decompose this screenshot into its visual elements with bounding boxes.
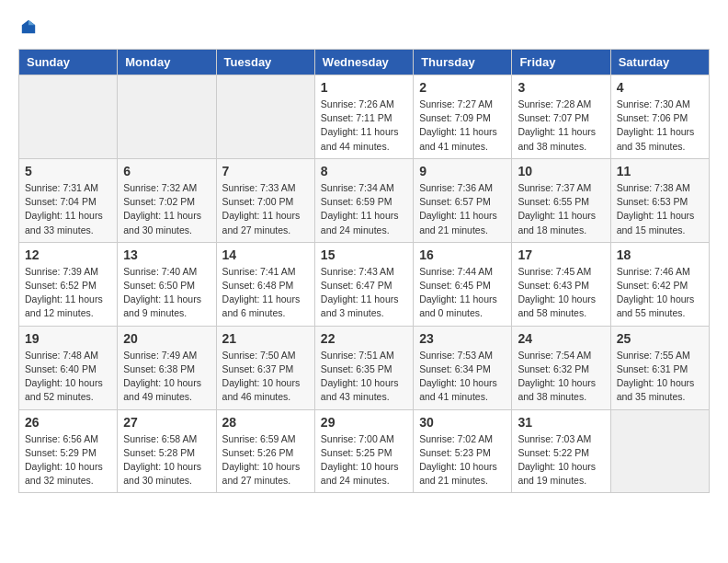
day-number: 28 xyxy=(222,415,309,430)
calendar-day-cell: 14Sunrise: 7:41 AMSunset: 6:48 PMDayligh… xyxy=(216,242,314,326)
day-info: Sunrise: 7:32 AMSunset: 7:02 PMDaylight:… xyxy=(123,181,210,237)
day-number: 8 xyxy=(321,164,407,178)
calendar-day-cell: 17Sunrise: 7:45 AMSunset: 6:43 PMDayligh… xyxy=(512,242,610,326)
day-number: 27 xyxy=(123,415,210,430)
day-number: 30 xyxy=(419,415,506,430)
calendar-day-cell: 20Sunrise: 7:49 AMSunset: 6:38 PMDayligh… xyxy=(118,326,216,409)
calendar-day-cell: 31Sunrise: 7:03 AMSunset: 5:22 PMDayligh… xyxy=(512,409,610,493)
day-info: Sunrise: 7:54 AMSunset: 6:32 PMDaylight:… xyxy=(518,349,604,405)
calendar-day-cell: 21Sunrise: 7:50 AMSunset: 6:37 PMDayligh… xyxy=(216,326,314,409)
day-info: Sunrise: 7:46 AMSunset: 6:42 PMDaylight:… xyxy=(617,265,703,321)
day-number: 4 xyxy=(617,80,703,95)
day-info: Sunrise: 7:28 AMSunset: 7:07 PMDaylight:… xyxy=(518,98,604,154)
logo xyxy=(18,18,37,35)
calendar-day-cell: 19Sunrise: 7:48 AMSunset: 6:40 PMDayligh… xyxy=(19,326,118,409)
calendar-day-cell: 15Sunrise: 7:43 AMSunset: 6:47 PMDayligh… xyxy=(314,242,413,326)
calendar-day-cell: 29Sunrise: 7:00 AMSunset: 5:25 PMDayligh… xyxy=(314,409,413,493)
calendar-day-cell: 1Sunrise: 7:26 AMSunset: 7:11 PMDaylight… xyxy=(314,75,413,159)
calendar-day-cell: 13Sunrise: 7:40 AMSunset: 6:50 PMDayligh… xyxy=(118,242,216,326)
calendar-day-cell: 3Sunrise: 7:28 AMSunset: 7:07 PMDaylight… xyxy=(512,75,610,159)
day-info: Sunrise: 6:58 AMSunset: 5:28 PMDaylight:… xyxy=(123,432,210,488)
day-number: 14 xyxy=(222,247,309,262)
day-number: 29 xyxy=(321,415,407,430)
day-number: 2 xyxy=(419,80,506,95)
calendar-day-cell: 4Sunrise: 7:30 AMSunset: 7:06 PMDaylight… xyxy=(610,75,709,159)
day-number: 22 xyxy=(321,331,407,346)
calendar-week-row: 26Sunrise: 6:56 AMSunset: 5:29 PMDayligh… xyxy=(19,409,710,493)
day-info: Sunrise: 7:49 AMSunset: 6:38 PMDaylight:… xyxy=(123,349,210,405)
day-info: Sunrise: 7:53 AMSunset: 6:34 PMDaylight:… xyxy=(419,349,506,405)
day-info: Sunrise: 7:43 AMSunset: 6:47 PMDaylight:… xyxy=(321,265,407,321)
day-info: Sunrise: 7:00 AMSunset: 5:25 PMDaylight:… xyxy=(321,432,407,488)
day-info: Sunrise: 6:59 AMSunset: 5:26 PMDaylight:… xyxy=(222,432,309,488)
day-info: Sunrise: 7:48 AMSunset: 6:40 PMDaylight:… xyxy=(25,349,111,405)
day-number: 20 xyxy=(123,331,210,346)
calendar-day-header: Wednesday xyxy=(314,50,413,75)
calendar-day-cell: 2Sunrise: 7:27 AMSunset: 7:09 PMDaylight… xyxy=(414,75,512,159)
day-number: 31 xyxy=(518,415,604,430)
day-info: Sunrise: 7:27 AMSunset: 7:09 PMDaylight:… xyxy=(419,98,506,154)
calendar-day-cell: 12Sunrise: 7:39 AMSunset: 6:52 PMDayligh… xyxy=(19,242,118,326)
calendar-week-row: 19Sunrise: 7:48 AMSunset: 6:40 PMDayligh… xyxy=(19,326,710,409)
calendar-day-cell: 16Sunrise: 7:44 AMSunset: 6:45 PMDayligh… xyxy=(414,242,512,326)
day-info: Sunrise: 7:51 AMSunset: 6:35 PMDaylight:… xyxy=(321,349,407,405)
calendar-day-cell: 28Sunrise: 6:59 AMSunset: 5:26 PMDayligh… xyxy=(216,409,314,493)
day-number: 11 xyxy=(617,164,703,178)
page-header xyxy=(18,18,710,35)
calendar-day-cell: 18Sunrise: 7:46 AMSunset: 6:42 PMDayligh… xyxy=(610,242,709,326)
calendar-day-cell: 7Sunrise: 7:33 AMSunset: 7:00 PMDaylight… xyxy=(216,158,314,242)
logo-icon xyxy=(20,18,37,35)
day-info: Sunrise: 7:26 AMSunset: 7:11 PMDaylight:… xyxy=(321,98,407,154)
day-info: Sunrise: 7:55 AMSunset: 6:31 PMDaylight:… xyxy=(617,349,703,405)
calendar-day-cell: 8Sunrise: 7:34 AMSunset: 6:59 PMDaylight… xyxy=(314,158,413,242)
day-info: Sunrise: 7:45 AMSunset: 6:43 PMDaylight:… xyxy=(518,265,604,321)
day-number: 19 xyxy=(25,331,111,346)
day-info: Sunrise: 7:50 AMSunset: 6:37 PMDaylight:… xyxy=(222,349,309,405)
day-info: Sunrise: 7:03 AMSunset: 5:22 PMDaylight:… xyxy=(518,432,604,488)
day-number: 10 xyxy=(518,164,604,178)
day-number: 26 xyxy=(25,415,111,430)
day-number: 24 xyxy=(518,331,604,346)
day-info: Sunrise: 7:36 AMSunset: 6:57 PMDaylight:… xyxy=(419,181,506,237)
calendar-day-cell xyxy=(216,75,314,159)
calendar-day-cell: 23Sunrise: 7:53 AMSunset: 6:34 PMDayligh… xyxy=(414,326,512,409)
day-info: Sunrise: 7:34 AMSunset: 6:59 PMDaylight:… xyxy=(321,181,407,237)
calendar-day-cell: 22Sunrise: 7:51 AMSunset: 6:35 PMDayligh… xyxy=(314,326,413,409)
day-number: 9 xyxy=(419,164,506,178)
day-number: 21 xyxy=(222,331,309,346)
calendar-day-header: Thursday xyxy=(414,50,512,75)
calendar-week-row: 5Sunrise: 7:31 AMSunset: 7:04 PMDaylight… xyxy=(19,158,710,242)
day-number: 7 xyxy=(222,164,309,178)
calendar-header-row: SundayMondayTuesdayWednesdayThursdayFrid… xyxy=(19,50,710,75)
calendar-day-cell: 9Sunrise: 7:36 AMSunset: 6:57 PMDaylight… xyxy=(414,158,512,242)
day-number: 18 xyxy=(617,247,703,262)
calendar-day-header: Friday xyxy=(512,50,610,75)
calendar-day-cell: 26Sunrise: 6:56 AMSunset: 5:29 PMDayligh… xyxy=(19,409,118,493)
calendar-day-cell xyxy=(118,75,216,159)
calendar-day-cell: 25Sunrise: 7:55 AMSunset: 6:31 PMDayligh… xyxy=(610,326,709,409)
day-info: Sunrise: 7:02 AMSunset: 5:23 PMDaylight:… xyxy=(419,432,506,488)
day-info: Sunrise: 7:31 AMSunset: 7:04 PMDaylight:… xyxy=(25,181,111,237)
day-number: 15 xyxy=(321,247,407,262)
calendar-day-cell xyxy=(610,409,709,493)
calendar-day-cell: 27Sunrise: 6:58 AMSunset: 5:28 PMDayligh… xyxy=(118,409,216,493)
calendar-day-cell: 10Sunrise: 7:37 AMSunset: 6:55 PMDayligh… xyxy=(512,158,610,242)
day-info: Sunrise: 7:33 AMSunset: 7:00 PMDaylight:… xyxy=(222,181,309,237)
calendar-day-cell: 24Sunrise: 7:54 AMSunset: 6:32 PMDayligh… xyxy=(512,326,610,409)
day-info: Sunrise: 6:56 AMSunset: 5:29 PMDaylight:… xyxy=(25,432,111,488)
day-info: Sunrise: 7:40 AMSunset: 6:50 PMDaylight:… xyxy=(123,265,210,321)
day-info: Sunrise: 7:41 AMSunset: 6:48 PMDaylight:… xyxy=(222,265,309,321)
day-number: 17 xyxy=(518,247,604,262)
day-info: Sunrise: 7:39 AMSunset: 6:52 PMDaylight:… xyxy=(25,265,111,321)
calendar-table: SundayMondayTuesdayWednesdayThursdayFrid… xyxy=(18,49,710,493)
day-info: Sunrise: 7:30 AMSunset: 7:06 PMDaylight:… xyxy=(617,98,703,154)
calendar-day-header: Tuesday xyxy=(216,50,314,75)
day-info: Sunrise: 7:38 AMSunset: 6:53 PMDaylight:… xyxy=(617,181,703,237)
calendar-day-header: Saturday xyxy=(610,50,709,75)
day-number: 23 xyxy=(419,331,506,346)
day-number: 6 xyxy=(123,164,210,178)
svg-marker-1 xyxy=(28,20,35,25)
day-number: 13 xyxy=(123,247,210,262)
day-number: 5 xyxy=(25,164,111,178)
calendar-week-row: 1Sunrise: 7:26 AMSunset: 7:11 PMDaylight… xyxy=(19,75,710,159)
